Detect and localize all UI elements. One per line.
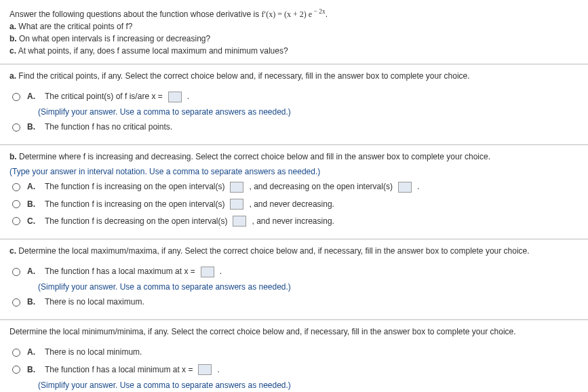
answer-input[interactable] — [230, 182, 243, 193]
part-a-choice-a[interactable]: A. The critical point(s) of f is/are x =… — [12, 90, 579, 103]
part-a: a. Find the critical points, if any. Sel… — [0, 64, 588, 145]
intro-line-1: Answer the following questions about the… — [9, 7, 579, 20]
part-d-choice-b[interactable]: B. The function f has a local minimum at… — [12, 364, 579, 376]
part-b: b. Determine where f is increasing and d… — [0, 145, 588, 239]
part-c-max: c. Determine the local maximum/maxima, i… — [0, 239, 588, 320]
radio-icon[interactable] — [12, 298, 20, 307]
part-d-prompt: Determine the local minimum/minima, if a… — [9, 327, 579, 336]
part-c-choice-a[interactable]: A. The function f has a local maximum at… — [12, 265, 579, 278]
part-b-choice-a[interactable]: A. The function f is increasing on the o… — [12, 180, 579, 193]
answer-input[interactable] — [233, 216, 246, 227]
part-a-choice-b[interactable]: B. The function f has no critical points… — [12, 121, 579, 134]
part-a-choice-a-sub: (Simplify your answer. Use a comma to se… — [38, 107, 579, 117]
part-d-choice-b-sub: (Simplify your answer. Use a comma to se… — [38, 380, 579, 390]
part-b-choice-c[interactable]: C. The function f is decreasing on the o… — [12, 215, 579, 228]
intro-sub-c: c. At what points, if any, does f assume… — [9, 45, 579, 57]
part-b-sub: (Type your answer in interval notation. … — [9, 167, 579, 176]
part-d-choice-a[interactable]: A. There is no local minimum. — [12, 346, 579, 359]
answer-input[interactable] — [198, 364, 212, 375]
radio-icon[interactable] — [12, 93, 20, 101]
part-c-choice-a-sub: (Simplify your answer. Use a comma to se… — [38, 282, 579, 292]
intro-text: Answer the following questions about the… — [9, 9, 262, 19]
radio-icon[interactable] — [12, 123, 20, 132]
part-a-prompt: a. Find the critical points, if any. Sel… — [9, 71, 579, 81]
part-c-prompt: c. Determine the local maximum/maxima, i… — [9, 246, 579, 256]
radio-icon[interactable] — [12, 349, 20, 357]
radio-icon[interactable] — [12, 366, 20, 374]
radio-icon[interactable] — [12, 217, 20, 225]
radio-icon[interactable] — [12, 183, 20, 191]
question-intro: Answer the following questions about the… — [0, 0, 588, 64]
part-b-prompt: b. Determine where f is increasing and d… — [9, 152, 579, 161]
part-c-min: Determine the local minimum/minima, if a… — [0, 320, 588, 392]
part-b-choice-b[interactable]: B. The function f is increasing on the o… — [12, 198, 579, 211]
intro-sub-a: a. What are the critical points of f? — [9, 20, 579, 33]
answer-input[interactable] — [230, 199, 243, 210]
intro-sub-b: b. On what open intervals is f increasin… — [9, 33, 579, 45]
answer-input[interactable] — [168, 92, 182, 102]
answer-input[interactable] — [201, 267, 214, 277]
radio-icon[interactable] — [12, 200, 20, 208]
radio-icon[interactable] — [12, 268, 20, 276]
part-c-choice-b[interactable]: B. There is no local maximum. — [12, 296, 579, 309]
answer-input[interactable] — [398, 182, 412, 193]
derivative-expression: f′(x) = (x + 2) e − 2x — [262, 9, 326, 19]
